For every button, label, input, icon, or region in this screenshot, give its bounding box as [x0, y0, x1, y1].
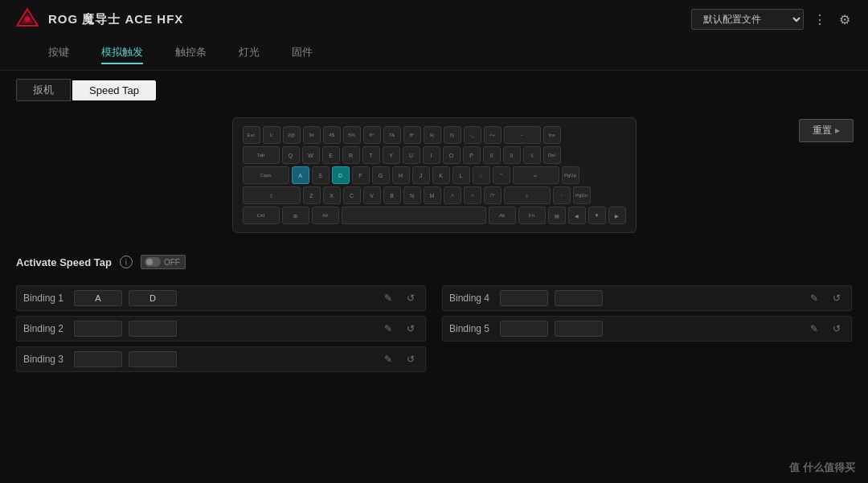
key-slash[interactable]: /? — [484, 186, 502, 204]
key-backslash[interactable]: \| — [523, 146, 541, 164]
key-comma[interactable]: ,< — [444, 186, 461, 204]
binding-5-edit-button[interactable]: ✎ — [806, 321, 822, 337]
key-period[interactable]: .> — [464, 186, 481, 204]
key-q[interactable]: Q — [282, 146, 300, 164]
reset-button[interactable]: 重置 — [799, 119, 854, 142]
key-caps[interactable]: Caps — [243, 166, 289, 184]
binding-3-edit-button[interactable]: ✎ — [380, 351, 396, 367]
key-del[interactable]: Del — [543, 146, 561, 164]
binding-2-reset-button[interactable]: ↺ — [403, 321, 419, 337]
key-l[interactable]: L — [452, 166, 470, 184]
key-7[interactable]: 7& — [383, 126, 401, 144]
key-n[interactable]: N — [403, 186, 421, 204]
key-o[interactable]: O — [443, 146, 461, 164]
binding-2-edit-button[interactable]: ✎ — [380, 321, 396, 337]
binding-3-input1[interactable] — [74, 351, 122, 367]
binding-4-input1[interactable] — [500, 290, 548, 306]
binding-5-input2[interactable] — [555, 321, 603, 337]
binding-1-input1[interactable] — [74, 290, 122, 306]
key-fn[interactable]: Fn — [518, 207, 546, 224]
sub-tab-banjij[interactable]: 扳机 — [16, 79, 71, 101]
binding-2-input2[interactable] — [129, 321, 177, 337]
key-h[interactable]: H — [392, 166, 410, 184]
key-r[interactable]: R — [342, 146, 360, 164]
key-up[interactable]: ↑ — [553, 186, 571, 204]
key-f[interactable]: F — [352, 166, 370, 184]
binding-3-input2[interactable] — [129, 351, 177, 367]
settings-icon-button[interactable]: ⚙ — [836, 9, 854, 31]
more-options-button[interactable]: ⋮ — [810, 9, 829, 31]
toggle-off-button[interactable]: OFF — [141, 255, 186, 269]
key-s[interactable]: S — [312, 166, 330, 184]
key-rshift[interactable]: ⇧ — [504, 186, 551, 204]
key-pgdn[interactable]: PgDn — [573, 186, 591, 204]
key-semicolon[interactable]: ;: — [473, 166, 490, 184]
key-p[interactable]: P — [463, 146, 481, 164]
binding-4-input2[interactable] — [555, 290, 603, 306]
key-d[interactable]: D — [332, 166, 350, 184]
key-lalt[interactable]: Alt — [312, 207, 339, 224]
binding-5-reset-button[interactable]: ↺ — [829, 321, 845, 337]
key-4[interactable]: 4$ — [323, 126, 341, 144]
key-0[interactable]: 0) — [444, 126, 461, 144]
tab-chukongp[interactable]: 触控条 — [175, 45, 207, 64]
key-right[interactable]: ▶ — [608, 207, 626, 224]
key-2[interactable]: 2@ — [283, 126, 301, 144]
key-g[interactable]: G — [372, 166, 390, 184]
key-lwin[interactable]: ⊞ — [282, 207, 309, 224]
key-3[interactable]: 3# — [303, 126, 321, 144]
binding-5-input1[interactable] — [500, 321, 548, 337]
key-pgup[interactable]: PgUp — [562, 166, 579, 184]
key-x[interactable]: X — [323, 186, 341, 204]
binding-3-reset-button[interactable]: ↺ — [403, 351, 419, 367]
key-lshift[interactable]: ⇧ — [243, 186, 301, 204]
key-rbracket[interactable]: ]} — [503, 146, 521, 164]
key-v[interactable]: V — [363, 186, 381, 204]
key-ralt[interactable]: Alt — [489, 207, 516, 224]
key-menu[interactable]: ▤ — [548, 207, 566, 224]
binding-4-edit-button[interactable]: ✎ — [806, 290, 822, 306]
key-j[interactable]: J — [412, 166, 430, 184]
key-down[interactable]: ▼ — [588, 207, 606, 224]
key-t[interactable]: T — [362, 146, 380, 164]
key-minus[interactable]: -_ — [464, 126, 481, 144]
key-left[interactable]: ◀ — [568, 207, 586, 224]
key-quote[interactable]: '" — [493, 166, 510, 184]
tab-denguang[interactable]: 灯光 — [239, 45, 260, 64]
key-i[interactable]: I — [423, 146, 440, 164]
key-u[interactable]: U — [403, 146, 420, 164]
config-dropdown[interactable]: 默认配置文件 — [691, 9, 804, 30]
tab-mnichuf[interactable]: 模拟触发 — [101, 45, 143, 64]
key-w[interactable]: W — [302, 146, 320, 164]
key-b[interactable]: B — [383, 186, 401, 204]
key-1[interactable]: 1! — [263, 126, 280, 144]
key-5[interactable]: 5% — [343, 126, 361, 144]
key-c[interactable]: C — [343, 186, 361, 204]
key-esc[interactable]: Esc — [243, 126, 260, 144]
key-k[interactable]: K — [432, 166, 450, 184]
key-space[interactable] — [342, 207, 486, 224]
key-m[interactable]: M — [424, 186, 441, 204]
key-enter[interactable]: ↵ — [513, 166, 559, 184]
binding-4-reset-button[interactable]: ↺ — [829, 290, 845, 306]
tab-anjianj[interactable]: 按键 — [48, 45, 69, 64]
key-a[interactable]: A — [292, 166, 309, 184]
key-8[interactable]: 8* — [403, 126, 421, 144]
binding-1-edit-button[interactable]: ✎ — [380, 290, 396, 306]
info-icon[interactable]: i — [120, 256, 133, 268]
sub-tab-speedtap[interactable]: Speed Tap — [72, 80, 156, 100]
key-9[interactable]: 9( — [424, 126, 441, 144]
binding-1-reset-button[interactable]: ↺ — [403, 290, 419, 306]
key-equal[interactable]: =+ — [484, 126, 502, 144]
key-backspace[interactable]: ← — [504, 126, 541, 144]
key-e[interactable]: E — [322, 146, 340, 164]
key-z[interactable]: Z — [303, 186, 321, 204]
tab-gujian[interactable]: 固件 — [292, 45, 313, 64]
key-lctrl[interactable]: Ctrl — [243, 207, 280, 224]
key-lbracket[interactable]: [{ — [483, 146, 501, 164]
key-y[interactable]: Y — [383, 146, 400, 164]
key-6[interactable]: 6^ — [363, 126, 381, 144]
key-tab[interactable]: Tab — [243, 146, 280, 164]
binding-1-input2[interactable] — [129, 290, 177, 306]
binding-2-input1[interactable] — [74, 321, 122, 337]
